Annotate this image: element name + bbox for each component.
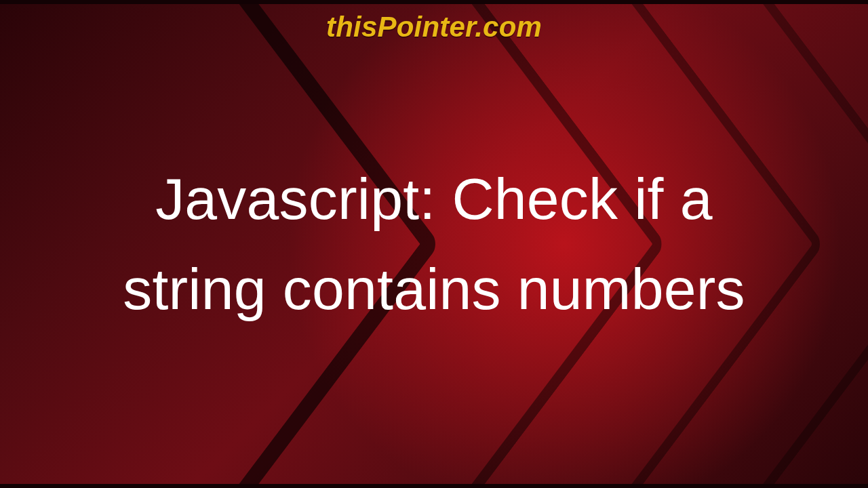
title-line-2: string contains numbers	[123, 244, 745, 334]
banner-canvas: thisPointer.com Javascript: Check if a s…	[0, 0, 868, 488]
article-title: Javascript: Check if a string contains n…	[0, 0, 868, 488]
title-line-1: Javascript: Check if a	[155, 154, 713, 244]
